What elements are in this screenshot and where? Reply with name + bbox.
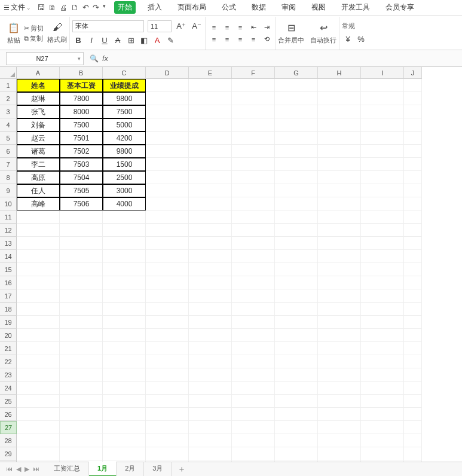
cell-D28[interactable] bbox=[146, 434, 189, 447]
cell-I26[interactable] bbox=[361, 408, 404, 421]
cell-C27[interactable] bbox=[103, 421, 146, 434]
cell-J14[interactable] bbox=[404, 250, 422, 263]
cell-J23[interactable] bbox=[404, 368, 422, 382]
cell-A9[interactable]: 任人 bbox=[17, 184, 60, 197]
row-header-29[interactable]: 29 bbox=[0, 447, 17, 460]
currency-icon[interactable]: ¥ bbox=[342, 33, 354, 45]
cell-J12[interactable] bbox=[404, 224, 422, 237]
cell-D19[interactable] bbox=[146, 316, 189, 329]
cell-F16[interactable] bbox=[232, 276, 275, 289]
cell-A25[interactable] bbox=[17, 395, 60, 408]
cell-F28[interactable] bbox=[232, 434, 275, 447]
cell-E27[interactable] bbox=[189, 421, 232, 434]
cell-H12[interactable] bbox=[318, 224, 361, 237]
cell-D14[interactable] bbox=[146, 250, 189, 263]
cell-C2[interactable]: 9800 bbox=[103, 92, 146, 105]
cell-F22[interactable] bbox=[232, 355, 275, 368]
cell-I20[interactable] bbox=[361, 329, 404, 342]
cell-C29[interactable] bbox=[103, 447, 146, 460]
row-header-25[interactable]: 25 bbox=[0, 395, 17, 408]
cell-I1[interactable] bbox=[361, 79, 404, 92]
cell-F26[interactable] bbox=[232, 408, 275, 421]
cell-I2[interactable] bbox=[361, 92, 404, 105]
cell-G18[interactable] bbox=[275, 303, 318, 316]
cell-F2[interactable] bbox=[232, 92, 275, 105]
cell-D22[interactable] bbox=[146, 355, 189, 368]
cell-C21[interactable] bbox=[103, 342, 146, 355]
cell-G7[interactable] bbox=[275, 158, 318, 171]
cell-I17[interactable] bbox=[361, 289, 404, 303]
sheet-tab-3[interactable]: 3月 bbox=[144, 462, 172, 476]
cell-C18[interactable] bbox=[103, 303, 146, 316]
cell-C4[interactable]: 5000 bbox=[103, 118, 146, 132]
cell-A6[interactable]: 诸葛 bbox=[17, 145, 60, 158]
cell-B28[interactable] bbox=[60, 434, 103, 447]
cell-F13[interactable] bbox=[232, 237, 275, 250]
row-header-5[interactable]: 5 bbox=[0, 132, 17, 145]
cell-H4[interactable] bbox=[318, 118, 361, 132]
cell-H14[interactable] bbox=[318, 250, 361, 263]
row-header-13[interactable]: 13 bbox=[0, 237, 17, 250]
cell-C16[interactable] bbox=[103, 276, 146, 289]
column-header-B[interactable]: B bbox=[60, 67, 103, 79]
cell-F23[interactable] bbox=[232, 368, 275, 382]
cell-E17[interactable] bbox=[189, 289, 232, 303]
cell-D7[interactable] bbox=[146, 158, 189, 171]
cell-C5[interactable]: 4200 bbox=[103, 132, 146, 145]
sheet-tab-1[interactable]: 1月 bbox=[89, 462, 117, 476]
row-header-8[interactable]: 8 bbox=[0, 171, 17, 184]
cell-F20[interactable] bbox=[232, 329, 275, 342]
wrap-icon[interactable]: ↩ bbox=[320, 22, 328, 33]
cell-G4[interactable] bbox=[275, 118, 318, 132]
cell-D21[interactable] bbox=[146, 342, 189, 355]
cell-G14[interactable] bbox=[275, 250, 318, 263]
cell-G28[interactable] bbox=[275, 434, 318, 447]
cell-G9[interactable] bbox=[275, 184, 318, 197]
cell-A3[interactable]: 张飞 bbox=[17, 105, 60, 118]
cell-A10[interactable]: 高峰 bbox=[17, 197, 60, 210]
cell-H21[interactable] bbox=[318, 342, 361, 355]
cell-D25[interactable] bbox=[146, 395, 189, 408]
cell-F1[interactable] bbox=[232, 79, 275, 92]
row-header-2[interactable]: 2 bbox=[0, 92, 17, 105]
cell-G24[interactable] bbox=[275, 382, 318, 395]
cell-G23[interactable] bbox=[275, 368, 318, 382]
cell-A13[interactable] bbox=[17, 237, 60, 250]
cell-J5[interactable] bbox=[404, 132, 422, 145]
cell-B22[interactable] bbox=[60, 355, 103, 368]
cell-B6[interactable]: 7502 bbox=[60, 145, 103, 158]
cell-F10[interactable] bbox=[232, 197, 275, 210]
cell-B9[interactable]: 7505 bbox=[60, 184, 103, 197]
cell-F12[interactable] bbox=[232, 224, 275, 237]
column-header-H[interactable]: H bbox=[318, 67, 361, 79]
cell-E26[interactable] bbox=[189, 408, 232, 421]
cell-A30[interactable] bbox=[17, 460, 60, 462]
cell-H18[interactable] bbox=[318, 303, 361, 316]
column-header-G[interactable]: G bbox=[275, 67, 318, 79]
cell-I30[interactable] bbox=[361, 460, 404, 462]
cell-H27[interactable] bbox=[318, 421, 361, 434]
cell-G20[interactable] bbox=[275, 329, 318, 342]
cell-G22[interactable] bbox=[275, 355, 318, 368]
cell-D12[interactable] bbox=[146, 224, 189, 237]
bold-button[interactable]: B bbox=[72, 35, 84, 47]
cell-C6[interactable]: 9800 bbox=[103, 145, 146, 158]
cell-J3[interactable] bbox=[404, 105, 422, 118]
cell-A12[interactable] bbox=[17, 224, 60, 237]
cell-D16[interactable] bbox=[146, 276, 189, 289]
row-header-27[interactable]: 27 bbox=[0, 421, 17, 434]
cell-H9[interactable] bbox=[318, 184, 361, 197]
cell-C12[interactable] bbox=[103, 224, 146, 237]
cell-G12[interactable] bbox=[275, 224, 318, 237]
cell-A15[interactable] bbox=[17, 263, 60, 276]
font-size-select[interactable]: 11 bbox=[148, 20, 172, 32]
cell-C19[interactable] bbox=[103, 316, 146, 329]
cell-B3[interactable]: 8000 bbox=[60, 105, 103, 118]
cell-C1[interactable]: 业绩提成 bbox=[103, 79, 146, 92]
sheet-next-icon[interactable]: ▶ bbox=[25, 465, 29, 473]
borders-button[interactable]: ⊞ bbox=[125, 35, 137, 47]
cell-J11[interactable] bbox=[404, 210, 422, 224]
cell-J10[interactable] bbox=[404, 197, 422, 210]
cell-D29[interactable] bbox=[146, 447, 189, 460]
cell-C30[interactable] bbox=[103, 460, 146, 462]
